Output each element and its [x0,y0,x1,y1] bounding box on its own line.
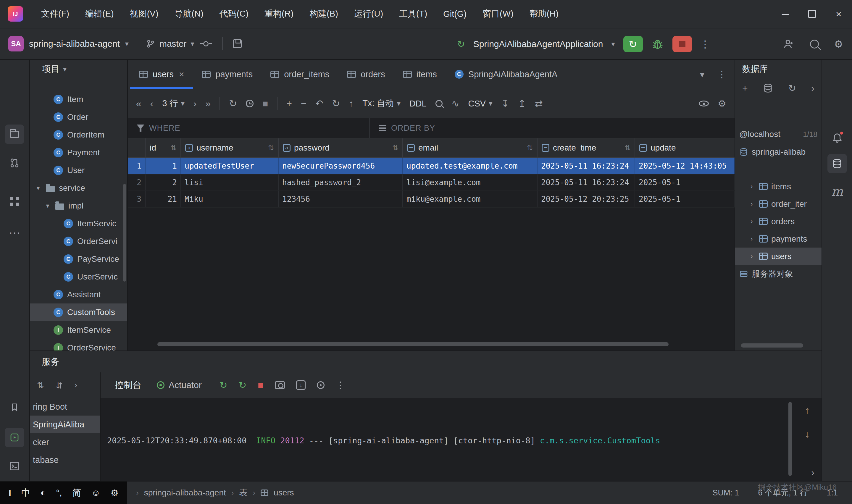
notifications-button[interactable] [828,128,847,148]
code-with-me-icon[interactable] [782,38,795,50]
tree-collapse-icon[interactable]: › [748,218,755,226]
selection-sum[interactable]: SUM: 1 [712,488,739,498]
tree-expand-icon[interactable]: ▾ [44,202,51,210]
delete-row-icon[interactable]: − [301,98,307,109]
stop-button[interactable] [672,36,692,52]
datasource-icon[interactable] [763,83,773,93]
tab-actuator[interactable]: Actuator [150,380,208,390]
cell-id[interactable]: 21 [146,191,181,207]
history-icon[interactable] [246,100,254,107]
tab-application-class[interactable]: SpringAiAlibabaAgentA [446,59,566,89]
menu-file[interactable]: 文件(F) [33,0,77,28]
column-header-create-time[interactable]: create_time⇅ [538,139,635,157]
submit-icon[interactable]: ↻ [332,98,340,109]
cell-create-time[interactable]: 2025-05-12 20:23:25 [538,191,635,207]
add-datasource-icon[interactable]: + [742,83,748,94]
settings-gear-icon[interactable]: ⚙ [834,38,843,50]
service-item-docker[interactable]: cker [30,433,100,451]
sort-icon[interactable]: ⇅ [392,144,398,152]
expand-console-icon[interactable]: › [811,467,814,478]
tree-item-class[interactable]: OrderServi [30,233,127,250]
previous-page-icon[interactable]: ‹ [150,98,153,109]
menu-view[interactable]: 视图(V) [122,0,166,28]
services-button[interactable] [5,428,24,447]
database-toolwindow-button[interactable] [828,154,847,173]
cell-email[interactable]: updated.test@example.com [403,158,538,174]
export-format-dropdown[interactable]: CSV▾ [468,99,493,109]
column-header-username[interactable]: username⇅ [181,139,279,157]
vcs-widget[interactable]: master ▾ [146,39,194,49]
tree-item-class[interactable]: Item [30,90,127,108]
tree-item-class[interactable]: Assistant [30,286,127,304]
tx-mode-dropdown[interactable]: Tx: 自动▾ [362,97,400,109]
tab-console[interactable]: 控制台 [108,379,148,391]
tree-item-class[interactable]: User [30,162,127,179]
page-size-dropdown[interactable]: 3 行▾ [162,97,184,109]
menu-help[interactable]: 帮助(H) [522,0,566,28]
datasource-host[interactable]: @localhost 1/18 [735,125,821,143]
app-logo-icon[interactable]: IJ [8,6,23,22]
project-switcher[interactable]: spring-ai-alibaba-agent [29,39,120,49]
service-item-application-selected[interactable]: SpringAiAliba [30,416,100,433]
commit-icon[interactable] [203,41,209,47]
pause-icon[interactable]: ■ [262,98,268,109]
tree-item-folder[interactable]: ▾service [30,179,127,197]
tree-item-class[interactable]: PayService [30,250,127,268]
project-toolwindow-button[interactable] [5,125,24,144]
add-row-icon[interactable]: + [286,98,292,109]
grid-settings-icon[interactable]: ⚙ [718,98,726,109]
menu-refactor[interactable]: 重构(R) [256,0,302,28]
cell-password[interactable]: 123456 [279,191,403,207]
commit-push-icon[interactable]: ↑ [349,98,354,109]
first-page-icon[interactable]: « [136,98,141,109]
table-node-order-items[interactable]: ›order_iter [735,195,821,213]
table-node-payments[interactable]: ›payments [735,230,821,248]
tabs-more-icon[interactable]: ⋮ [718,69,726,79]
close-button[interactable]: × [826,0,852,28]
dump-export-icon[interactable]: ↓ [296,380,306,390]
view-options-icon[interactable] [699,101,709,107]
thread-dump-icon[interactable] [275,381,285,389]
cell-create-time[interactable]: 2025-05-11 16:23:24 [538,175,635,191]
ime-language-icon[interactable]: 中 [21,487,30,499]
search-icon[interactable] [435,100,442,107]
column-header-update-time[interactable]: update [635,139,735,157]
order-by-input[interactable]: ORDER BY [370,118,435,138]
menu-window[interactable]: 窗口(W) [474,0,522,28]
table-row-selected[interactable]: 1 1 updatedTestUser newSecurePassword456… [128,158,735,175]
column-header-email[interactable]: email⇅ [403,139,538,157]
menu-edit[interactable]: 编辑(E) [77,0,122,28]
run-configuration[interactable]: SpringAiAlibabaAgentApplication [473,39,603,49]
menu-build[interactable]: 构建(B) [302,0,346,28]
tab-payments[interactable]: payments [193,59,261,89]
cell-email[interactable]: lisi@example.com [403,175,538,191]
cell-username[interactable]: updatedTestUser [181,158,279,174]
scroll-up-icon[interactable]: ↑ [805,405,810,416]
column-header-password[interactable]: password⇅ [279,139,403,157]
menu-navigate[interactable]: 导航(N) [166,0,211,28]
compare-icon[interactable]: ⇄ [535,98,543,109]
tree-collapse-icon[interactable]: › [748,235,755,243]
tabs-dropdown-icon[interactable]: ▾ [700,69,704,79]
tree-collapse-icon[interactable]: › [748,253,755,260]
sort-icon[interactable]: ⇅ [527,144,533,152]
reload-icon[interactable]: ↻ [229,98,237,109]
tree-item-class[interactable]: ItemServic [30,215,127,233]
service-item-spring-boot[interactable]: ring Boot [30,398,100,416]
ime-simplified-icon[interactable]: 简 [72,487,81,499]
breadcrumb-users[interactable]: users [274,488,294,498]
import-icon[interactable]: ↧ [501,98,509,109]
where-filter-input[interactable]: WHERE [128,118,370,138]
debug-bug-icon[interactable] [651,38,664,51]
menu-tools[interactable]: 工具(T) [391,0,435,28]
scrollbar-horizontal[interactable] [157,342,669,346]
structure-button[interactable] [5,192,24,211]
export-icon[interactable]: ↥ [518,98,526,109]
schema-node[interactable]: springai-alibab [735,143,821,161]
tree-item-class[interactable]: Payment [30,144,127,162]
breadcrumb-table-group[interactable]: 表 [239,487,247,498]
more-toolwindows-button[interactable]: ⋯ [5,223,24,242]
rerun-application-icon[interactable]: ↻ [219,379,228,391]
tree-collapse-icon[interactable]: › [748,200,755,208]
table-row[interactable]: 2 2 lisi hashed_password_2 lisi@example.… [128,175,735,191]
